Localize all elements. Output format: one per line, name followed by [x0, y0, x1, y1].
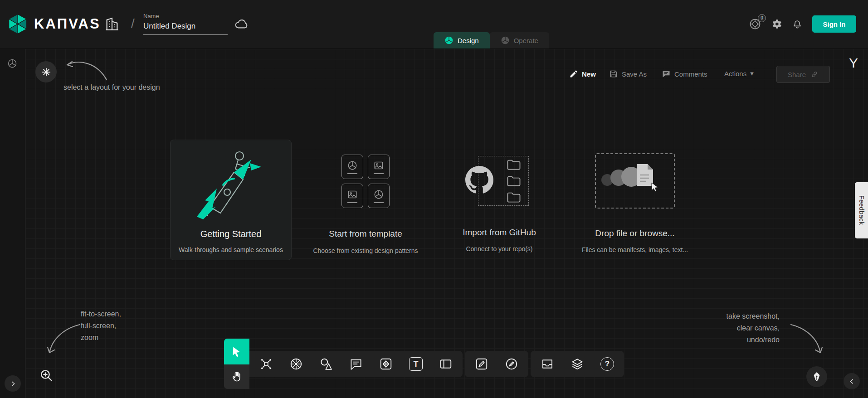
- layers-tool[interactable]: [571, 357, 584, 371]
- help-tool[interactable]: ?: [600, 357, 614, 371]
- credits-badge: 0: [758, 14, 766, 22]
- meshery-tile-icon: [379, 357, 393, 371]
- notifications-button[interactable]: [791, 18, 803, 30]
- note-card-icon: [439, 357, 453, 371]
- credits-button[interactable]: 0: [749, 18, 761, 30]
- share-label: Share: [788, 71, 806, 78]
- save-as-button[interactable]: Save As: [609, 69, 647, 78]
- magnifier-icon: [39, 368, 54, 383]
- save-as-label: Save As: [622, 70, 647, 78]
- drawer-tool[interactable]: [541, 357, 554, 371]
- repo-folders: [506, 159, 522, 204]
- bottom-toolbar: T: [224, 339, 624, 389]
- note-tool[interactable]: [439, 357, 453, 371]
- pencil-circle-icon: [505, 357, 518, 371]
- design-name-label: Name: [143, 13, 228, 19]
- brush-tool[interactable]: [475, 357, 488, 371]
- new-button[interactable]: New: [569, 69, 596, 78]
- share-button[interactable]: Share: [776, 66, 830, 83]
- card-subtitle: Files can be manifests, images, text...: [573, 246, 697, 253]
- template-tiles: [304, 152, 427, 208]
- mode-tabs: Design Operate: [434, 32, 549, 49]
- folder-icon: [506, 175, 522, 187]
- kanvas-app: KAΠVAS / Name Design: [0, 0, 868, 398]
- bell-icon: [791, 18, 803, 30]
- rocket-rider-illustration: [183, 144, 278, 222]
- kubernetes-tool[interactable]: [289, 357, 303, 371]
- card-subtitle: Walk-throughs and sample scenarios: [171, 246, 291, 253]
- pencil-annotate-tool[interactable]: [505, 357, 518, 371]
- settings-button[interactable]: [770, 18, 782, 30]
- meshery-component-tool[interactable]: [379, 357, 393, 371]
- kubernetes-wheel-icon: [289, 357, 303, 371]
- template-tile: [341, 184, 363, 208]
- shapes-tool[interactable]: [319, 357, 333, 371]
- folder-icon: [506, 159, 522, 171]
- card-subtitle: Connect to your repo(s): [438, 245, 561, 252]
- card-title: Import from GitHub: [438, 228, 561, 238]
- card-import-from-github[interactable]: Import from GitHub Connect to your repo(…: [438, 154, 561, 254]
- pan-tool[interactable]: [224, 364, 249, 389]
- relationship-tool[interactable]: [259, 357, 273, 371]
- expand-left-panel-button[interactable]: [5, 375, 21, 392]
- actions-label: Actions: [724, 70, 746, 78]
- kanvas-logo-icon: [7, 14, 28, 34]
- template-tile: [341, 155, 363, 179]
- cursor-icon: [650, 182, 659, 192]
- operate-tab-icon: [501, 36, 510, 45]
- card-start-from-template[interactable]: Start from template Choose from existing…: [304, 152, 427, 256]
- text-tool[interactable]: T: [409, 357, 423, 371]
- select-pan-stack: [224, 339, 249, 389]
- chevron-down-icon: ▾: [750, 69, 754, 78]
- organization-button[interactable]: [104, 16, 120, 33]
- shapes-icon: [319, 357, 333, 371]
- zoom-button[interactable]: [39, 368, 54, 383]
- brush-tile-icon: [475, 357, 488, 371]
- new-label: New: [582, 70, 596, 78]
- toolbar-segment-utils: ?: [531, 351, 624, 377]
- card-title: Getting Started: [171, 229, 291, 239]
- gear-icon: [770, 18, 782, 30]
- template-tile: [368, 184, 390, 208]
- design-name-input[interactable]: [143, 21, 228, 35]
- toolbar-segment-drawing: [465, 351, 528, 377]
- kanvas-logo[interactable]: KAΠVAS: [7, 14, 101, 34]
- tab-operate[interactable]: Operate: [490, 32, 549, 49]
- image-icon: [373, 160, 385, 171]
- building-icon: [104, 16, 120, 32]
- comment-bubble-icon: [349, 357, 363, 371]
- chevron-left-icon: [848, 378, 855, 385]
- design-tab-icon: [444, 36, 454, 45]
- aperture-icon: [346, 160, 358, 171]
- card-getting-started[interactable]: Getting Started Walk-throughs and sample…: [170, 140, 292, 260]
- folder-icon: [506, 191, 522, 204]
- card-drop-file[interactable]: Drop file or browse... Files can be mani…: [573, 153, 697, 254]
- collapse-right-button[interactable]: [844, 373, 860, 389]
- template-tile: [368, 155, 390, 179]
- github-import-graphic: [438, 154, 561, 211]
- header-actions: 0 Sign In: [749, 15, 856, 33]
- tab-operate-label: Operate: [514, 37, 538, 44]
- actions-dropdown[interactable]: Actions ▾: [724, 69, 754, 78]
- screenshot-hint-text: take screenshot, clear canvas, undo/redo: [689, 311, 780, 346]
- comment-tool[interactable]: [349, 357, 363, 371]
- feedback-tab[interactable]: Feedback: [855, 182, 868, 238]
- cursor-arrow-icon: [231, 346, 243, 358]
- select-tool[interactable]: [224, 339, 249, 364]
- layout-selector-button[interactable]: [35, 61, 57, 83]
- card-subtitle: Choose from existing design patterns: [304, 247, 427, 254]
- drop-zone[interactable]: [595, 153, 675, 209]
- comments-button[interactable]: Comments: [662, 69, 707, 78]
- cloud-sync-icon: [234, 16, 249, 33]
- aperture-icon: [373, 189, 385, 200]
- zoom-hint-text: fit-to-screen, full-screen, zoom: [81, 308, 121, 344]
- pen-nib-icon: [811, 371, 822, 382]
- text-tool-icon: T: [409, 357, 423, 371]
- sign-in-button[interactable]: Sign In: [812, 15, 856, 33]
- tab-design[interactable]: Design: [434, 32, 490, 49]
- save-icon: [609, 69, 618, 78]
- freehand-pen-button[interactable]: [806, 366, 827, 387]
- tab-design-label: Design: [458, 37, 479, 44]
- design-name-field: Name: [143, 13, 228, 35]
- logo-text: KAΠVAS: [34, 16, 101, 32]
